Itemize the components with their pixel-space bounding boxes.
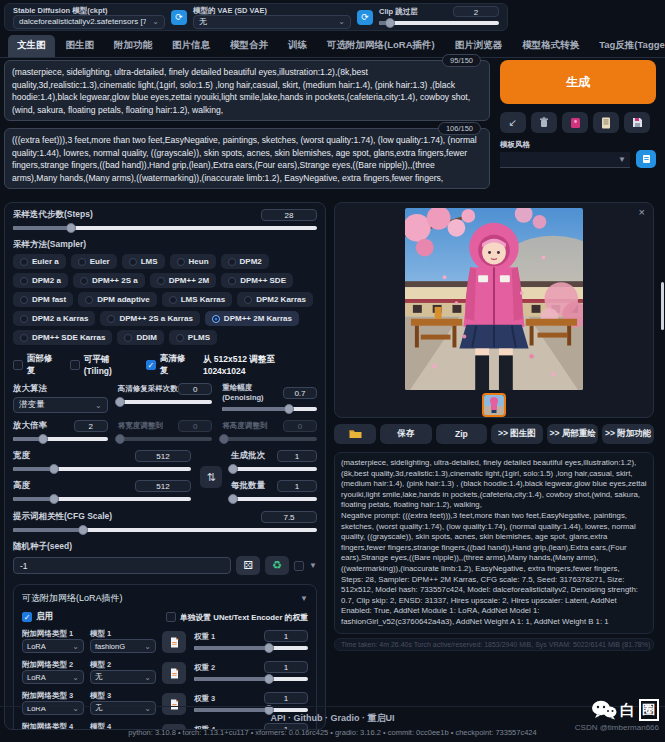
generate-button[interactable]: 生成 [500,60,656,104]
apply-selected-styles-button[interactable] [636,150,656,168]
ckpt-refresh-button[interactable]: ⟳ [171,10,187,25]
negative-prompt-input[interactable]: (((extra feet))),3 feet,more than two fe… [12,134,482,184]
close-icon[interactable]: × [639,206,645,218]
upscale-by-slider[interactable] [13,434,108,444]
reuse-seed-button[interactable]: ♻ [265,556,289,575]
tab-png-info[interactable]: 图片信息 [163,35,219,57]
vae-refresh-button[interactable]: ⟳ [357,10,373,25]
sampler-lms-karras[interactable]: LMS Karras [162,292,232,307]
lora-model-dropdown[interactable]: fashionG⌄ [90,639,156,653]
steps-slider[interactable] [13,223,317,233]
save-button[interactable]: 保存 [380,424,432,444]
tab-checkpoint-merger[interactable]: 模型合并 [221,35,277,57]
lora-weight-value[interactable]: 1 [264,661,308,673]
apply-style-button[interactable] [593,112,619,133]
clear-prompt-button[interactable] [531,112,557,133]
sampler-lms[interactable]: LMS [122,254,165,269]
tab-tagger[interactable]: Tag反推(Tagger) [590,35,665,57]
collapse-icon[interactable]: ▼ [300,594,308,603]
send-to-extras-button[interactable]: >> 附加功能 [602,424,654,444]
footer-links[interactable]: API · Github · Gradio · 重启UI [0,712,665,725]
sampler-dpm2-karras[interactable]: DPM2 Karras [237,292,313,307]
seed-input[interactable]: -1 [13,557,231,574]
tab-train[interactable]: 训练 [279,35,316,57]
sampler-plms[interactable]: PLMS [169,330,217,345]
lora-weight-value[interactable]: 1 [264,630,308,642]
sampler-dpmpp-sde[interactable]: DPM++ SDE [221,273,293,288]
paste-params-button[interactable]: ↙ [500,112,526,133]
lora-type-dropdown[interactable]: LoRA⌄ [22,639,84,653]
cfg-scale-value[interactable]: 7.5 [261,511,317,523]
lora-model-label: 模型 3 [90,691,156,700]
generated-image[interactable] [405,208,583,390]
upscale-by-value[interactable]: 2 [74,420,108,432]
batch-size-slider[interactable] [231,494,317,504]
tab-additional-networks[interactable]: 可选附加网络(LoRA插件) [318,35,444,57]
lora-weight-label: 权重 3 [194,694,215,703]
sampler-euler[interactable]: Euler [71,254,117,269]
hires-fix-checkbox[interactable]: ✓高清修复 [146,353,193,377]
sampler-dpmpp-2s-a-karras[interactable]: DPM++ 2S a Karras [100,311,199,326]
lora-metadata-button[interactable] [162,631,186,653]
tab-img2img[interactable]: 图生图 [57,35,104,57]
denoising-value[interactable]: 0.7 [283,387,317,399]
swap-dimensions-button[interactable]: ⇅ [200,466,222,488]
width-slider[interactable] [13,464,191,474]
lora-weight-slider[interactable] [194,643,308,653]
zip-button[interactable]: Zip [436,424,488,444]
vae-dropdown[interactable]: 无 ⌄ [193,15,351,29]
width-value[interactable]: 512 [135,450,191,462]
tab-txt2img[interactable]: 文生图 [8,35,55,57]
sampler-dpmpp-2m[interactable]: DPM++ 2M [150,273,216,288]
sampler-dpmpp-2s-a[interactable]: DPM++ 2S a [73,273,145,288]
denoising-slider[interactable] [222,404,317,414]
upscaler-dropdown[interactable]: 潜变量⌄ [13,397,108,413]
clip-skip-value[interactable]: 2 [453,6,499,17]
sampler-dpm2-a-karras[interactable]: DPM2 a Karras [13,311,95,326]
sampler-dpmpp-2m-karras[interactable]: DPM++ 2M Karras [205,311,299,326]
sampler-euler-a[interactable]: Euler a [13,254,66,269]
extra-seed-checkbox[interactable] [294,561,304,571]
tab-model-converter[interactable]: 模型格式转换 [513,35,588,57]
cfg-scale-slider[interactable] [13,525,317,535]
sampler-dpm-fast[interactable]: DPM fast [13,292,73,307]
steps-value[interactable]: 28 [261,209,317,221]
send-to-img2img-button[interactable]: >> 图生图 [491,424,543,444]
sampler-dpmpp-sde-karras[interactable]: DPM++ SDE Karras [13,330,112,345]
ckpt-dropdown[interactable]: dalceforealistictailyv2.safetensors [733… [13,15,165,29]
lora-type-dropdown[interactable]: LoRA⌄ [22,670,84,684]
open-folder-button[interactable] [334,424,376,444]
extra-networks-button[interactable] [562,112,588,133]
random-seed-button[interactable]: ⚄ [236,556,260,575]
height-value[interactable]: 512 [135,480,191,492]
hires-steps-value[interactable]: 0 [178,383,212,395]
height-slider[interactable] [13,494,191,504]
sampler-dpm-adaptive[interactable]: DPM adaptive [78,292,156,307]
lora-weight-value[interactable]: 1 [264,692,308,704]
lora-enable-checkbox[interactable]: ✓启用 [22,611,53,623]
sampler-dpm2[interactable]: DPM2 [221,254,269,269]
sampler-ddim[interactable]: DDIM [117,330,163,345]
restore-faces-checkbox[interactable]: 面部修复 [13,353,60,377]
sampler-option-label: Euler a [32,257,59,266]
batch-count-slider[interactable] [231,464,317,474]
separate-weights-checkbox[interactable]: 单独设置 UNet/Text Encoder 的权重 [166,612,308,623]
page-scrollbar[interactable] [661,282,664,330]
styles-dropdown[interactable]: ▼ [500,152,630,168]
lora-model-dropdown[interactable]: 无⌄ [90,670,156,684]
tab-extras[interactable]: 附加功能 [105,35,161,57]
send-to-inpaint-button[interactable]: >> 局部重绘 [547,424,599,444]
gallery-thumbnail[interactable] [482,393,506,417]
lora-metadata-button[interactable] [162,662,186,684]
sampler-heun[interactable]: Heun [170,254,216,269]
sampler-dpm2-a[interactable]: DPM2 a [13,273,68,288]
hires-steps-slider[interactable] [118,397,213,407]
clip-skip-slider[interactable] [379,18,499,28]
prompt-input[interactable]: (masterpiece, sidelighting, ultra-detail… [12,66,482,116]
floppy-icon [632,117,643,128]
batch-size-value[interactable]: 1 [277,480,317,492]
batch-count-value[interactable]: 1 [277,450,317,462]
tiling-checkbox[interactable]: 可平铺(Tiling) [70,354,136,376]
save-style-button[interactable] [624,112,650,133]
lora-weight-slider[interactable] [194,674,308,684]
